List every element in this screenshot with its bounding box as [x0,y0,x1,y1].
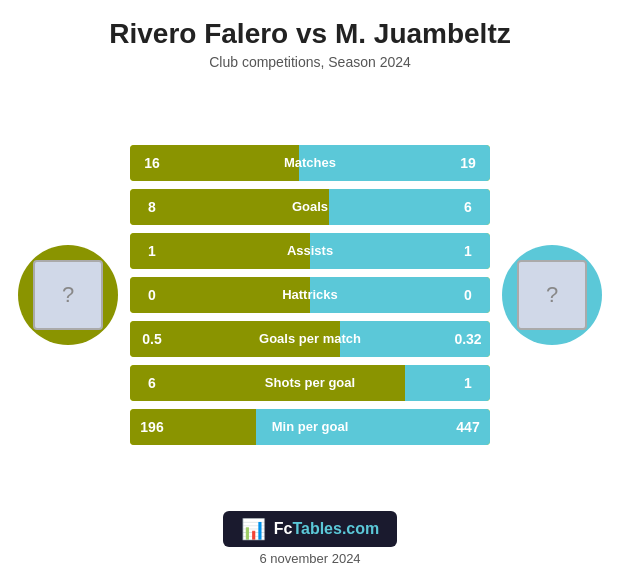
stat-bar-area: Goals per match [174,321,446,357]
right-player-avatar-bg: ? [502,245,602,345]
stat-bar-fill-right [405,365,446,401]
question-icon-right: ? [546,282,558,308]
logo-box: 📊 FcTables.com [223,511,398,547]
page-subtitle: Club competitions, Season 2024 [209,54,411,70]
stat-left-value: 0 [130,277,174,313]
stat-row: 0Hattricks0 [130,277,490,313]
stat-bar-area: Min per goal [174,409,446,445]
stat-right-value: 1 [446,233,490,269]
stat-left-value: 1 [130,233,174,269]
stat-bar-fill-right [329,189,446,225]
stat-row: 196Min per goal447 [130,409,490,445]
stat-left-value: 196 [130,409,174,445]
stat-bar-fill-left [174,277,310,313]
stat-bar-area: Matches [174,145,446,181]
logo-icon: 📊 [241,517,266,541]
stat-left-value: 16 [130,145,174,181]
stat-bar-fill-right [310,233,446,269]
stat-bar-area: Goals [174,189,446,225]
comparison-page: Rivero Falero vs M. Juambeltz Club compe… [0,0,620,580]
stat-row: 16Matches19 [130,145,490,181]
stat-bar-fill-left [174,321,340,357]
question-icon-left: ? [62,282,74,308]
stat-row: 6Shots per goal1 [130,365,490,401]
stat-bar-fill-left [174,189,329,225]
stat-bar-area: Hattricks [174,277,446,313]
stat-bar-fill-left [174,409,256,445]
stat-bar-fill-right [310,277,446,313]
left-player-avatar-bg: ? [18,245,118,345]
stat-row: 0.5Goals per match0.32 [130,321,490,357]
stats-container: 16Matches198Goals61Assists10Hattricks00.… [130,145,490,445]
stat-right-value: 0 [446,277,490,313]
left-player-photo: ? [33,260,103,330]
stat-bar-fill-right [256,409,446,445]
stat-left-value: 8 [130,189,174,225]
stat-right-value: 19 [446,145,490,181]
stat-bar-area: Shots per goal [174,365,446,401]
stat-bar-fill-right [299,145,446,181]
stat-left-value: 6 [130,365,174,401]
stat-bar-fill-left [174,365,405,401]
date-label: 6 november 2024 [259,551,360,566]
stat-bar-fill-left [174,145,299,181]
stat-row: 8Goals6 [130,189,490,225]
comparison-area: ? 16Matches198Goals61Assists10Hattricks0… [0,88,620,501]
stat-left-value: 0.5 [130,321,174,357]
stat-bar-fill-left [174,233,310,269]
stat-right-value: 6 [446,189,490,225]
page-title: Rivero Falero vs M. Juambeltz [109,18,510,50]
logo-area: 📊 FcTables.com [223,511,398,547]
stat-row: 1Assists1 [130,233,490,269]
stat-right-value: 447 [446,409,490,445]
stat-bar-fill-right [340,321,446,357]
logo-text: FcTables.com [274,520,380,538]
logo-text-accent: Tables.com [292,520,379,537]
stat-right-value: 0.32 [446,321,490,357]
right-player-photo: ? [517,260,587,330]
stat-bar-area: Assists [174,233,446,269]
stat-right-value: 1 [446,365,490,401]
